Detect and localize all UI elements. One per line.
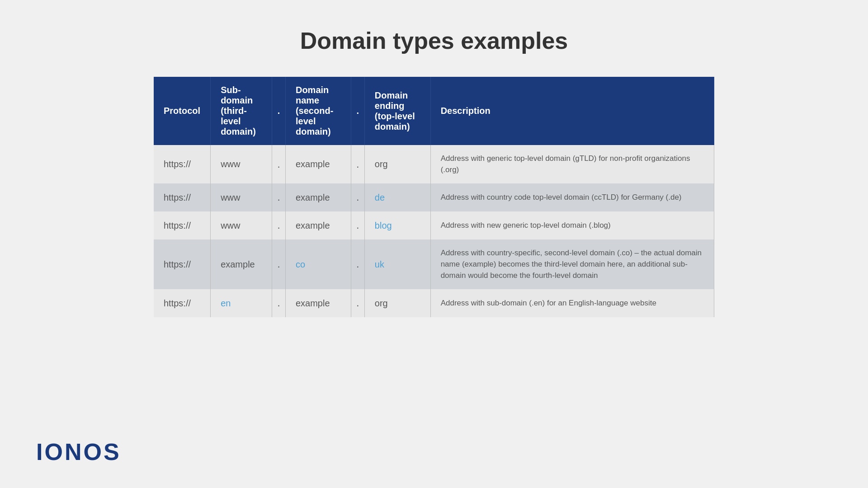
table-cell: Address with country-specific, second-le… bbox=[430, 239, 714, 289]
table-row: https://www.example.deAddress with count… bbox=[154, 183, 714, 211]
table-cell: org bbox=[364, 145, 430, 183]
table-cell: Address with generic top-level domain (g… bbox=[430, 145, 714, 183]
domain-types-table: Protocol Sub-domain(third-leveldomain) .… bbox=[154, 77, 714, 317]
table-cell: Address with sub-domain (.en) for an Eng… bbox=[430, 289, 714, 317]
table-cell: www bbox=[211, 145, 272, 183]
table-cell: https:// bbox=[154, 183, 211, 211]
header-protocol: Protocol bbox=[154, 77, 211, 145]
header-domainname: Domain name(second-leveldomain) bbox=[285, 77, 351, 145]
table-row: https://en.example.orgAddress with sub-d… bbox=[154, 289, 714, 317]
table-cell: example bbox=[211, 239, 272, 289]
table-cell: https:// bbox=[154, 211, 211, 239]
header-description: Description bbox=[430, 77, 714, 145]
table-row: https://www.example.blogAddress with new… bbox=[154, 211, 714, 239]
header-dot1: . bbox=[272, 77, 285, 145]
table-cell: co bbox=[285, 239, 351, 289]
table-cell: . bbox=[351, 183, 364, 211]
table-cell: https:// bbox=[154, 145, 211, 183]
table-cell: https:// bbox=[154, 289, 211, 317]
table-body: https://www.example.orgAddress with gene… bbox=[154, 145, 714, 317]
ionos-logo: IONOS bbox=[36, 438, 121, 465]
table-cell: blog bbox=[364, 211, 430, 239]
table-cell: . bbox=[272, 239, 285, 289]
table-cell: . bbox=[351, 289, 364, 317]
header-domainending: Domain ending(top-leveldomain) bbox=[364, 77, 430, 145]
table-cell: Address with country code top-level doma… bbox=[430, 183, 714, 211]
header-subdomain: Sub-domain(third-leveldomain) bbox=[211, 77, 272, 145]
table-cell: . bbox=[351, 211, 364, 239]
page-title: Domain types examples bbox=[300, 27, 568, 54]
logo-container: IONOS bbox=[36, 438, 121, 465]
table-cell: example bbox=[285, 211, 351, 239]
table-container: Protocol Sub-domain(third-leveldomain) .… bbox=[154, 77, 714, 317]
header-dot2: . bbox=[351, 77, 364, 145]
table-cell: en bbox=[211, 289, 272, 317]
table-cell: de bbox=[364, 183, 430, 211]
table-cell: . bbox=[272, 183, 285, 211]
table-cell: . bbox=[351, 145, 364, 183]
table-cell: . bbox=[272, 145, 285, 183]
table-header-row: Protocol Sub-domain(third-leveldomain) .… bbox=[154, 77, 714, 145]
table-cell: Address with new generic top-level domai… bbox=[430, 211, 714, 239]
table-cell: . bbox=[272, 211, 285, 239]
table-cell: www bbox=[211, 183, 272, 211]
table-cell: . bbox=[272, 289, 285, 317]
table-cell: uk bbox=[364, 239, 430, 289]
table-cell: example bbox=[285, 145, 351, 183]
table-cell: . bbox=[351, 239, 364, 289]
table-row: https://www.example.orgAddress with gene… bbox=[154, 145, 714, 183]
table-cell: example bbox=[285, 183, 351, 211]
table-cell: www bbox=[211, 211, 272, 239]
table-cell: org bbox=[364, 289, 430, 317]
table-row: https://example.co.ukAddress with countr… bbox=[154, 239, 714, 289]
table-cell: https:// bbox=[154, 239, 211, 289]
table-cell: example bbox=[285, 289, 351, 317]
